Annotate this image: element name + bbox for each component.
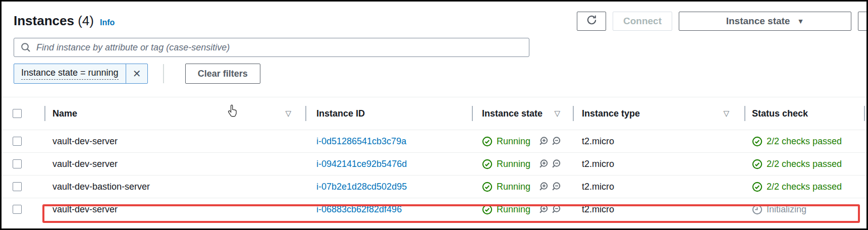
- select-all-checkbox[interactable]: [13, 109, 22, 118]
- row-checkbox[interactable]: [13, 205, 22, 214]
- running-check-circle-icon: [482, 136, 493, 147]
- instances-panel: Instances (4) Info Connect Instance stat…: [0, 0, 868, 230]
- state-filter-icons: [538, 181, 562, 192]
- running-check-circle-icon: [482, 159, 493, 169]
- state-filter-icons: [538, 158, 562, 169]
- row-end-spacer: [864, 130, 866, 152]
- row-checkbox[interactable]: [13, 182, 22, 191]
- instance-type-cell: t2.micro: [573, 198, 744, 220]
- connect-button[interactable]: Connect: [613, 12, 672, 31]
- table-body: vault-dev-server i-0d51286541cb3c79a Run…: [2, 130, 866, 220]
- info-link[interactable]: Info: [100, 13, 115, 33]
- search-bar: [14, 38, 529, 57]
- sort-icon: ▽: [554, 109, 560, 118]
- status-check-text: 2/2 checks passed: [767, 159, 842, 169]
- toolbar: Connect Instance state ▼: [577, 12, 868, 31]
- state-filter-icons: [538, 136, 562, 147]
- column-header-name[interactable]: Name ▽: [44, 97, 305, 130]
- column-header-instance-id[interactable]: Instance ID: [305, 97, 472, 130]
- instance-type-cell: t2.micro: [573, 153, 744, 175]
- zoom-in-icon[interactable]: [538, 136, 549, 147]
- status-check-circle-icon: [752, 182, 763, 192]
- instance-state-dropdown-button[interactable]: Instance state ▼: [679, 12, 851, 31]
- vertical-divider: [163, 64, 164, 83]
- state-filter-icons: [538, 204, 562, 215]
- instance-id-link[interactable]: i-06883cb62f82df496: [316, 204, 402, 215]
- column-header-instance-type[interactable]: Instance type ▽: [573, 97, 744, 130]
- row-end-spacer: [864, 176, 866, 198]
- status-check-cell: Initializing: [744, 198, 864, 220]
- remove-filter-button[interactable]: ✕: [126, 64, 147, 83]
- instance-type-cell: t2.micro: [573, 130, 744, 152]
- instance-state-cell: Running: [472, 153, 573, 175]
- sort-icon: ▽: [723, 109, 729, 118]
- row-checkbox[interactable]: [13, 137, 22, 146]
- row-end-spacer: [864, 153, 866, 175]
- status-check-cell: 2/2 checks passed: [744, 130, 864, 152]
- status-check-text: 2/2 checks passed: [767, 182, 842, 192]
- zoom-in-icon[interactable]: [538, 181, 549, 192]
- zoom-out-icon[interactable]: [551, 158, 562, 169]
- instance-state-cell: Running: [472, 176, 573, 198]
- running-check-circle-icon: [482, 204, 493, 215]
- status-check-circle-icon: [752, 136, 763, 147]
- table-row: vault-dev-server i-06883cb62f82df496 Run…: [2, 198, 866, 220]
- instance-state-cell: Running: [472, 198, 573, 220]
- instances-table: Name ▽ Instance ID Instance state ▽ Inst…: [2, 97, 866, 220]
- status-check-circle-icon: [752, 159, 763, 169]
- zoom-out-icon[interactable]: [551, 181, 562, 192]
- row-checkbox[interactable]: [13, 159, 22, 168]
- running-check-circle-icon: [482, 182, 493, 192]
- column-header-status-check[interactable]: Status check: [744, 97, 864, 130]
- table-row: vault-dev-server i-0d51286541cb3c79a Run…: [2, 130, 866, 152]
- partial-button[interactable]: [858, 12, 868, 31]
- instance-count: (4): [78, 13, 94, 28]
- instance-id-link[interactable]: i-0d51286541cb3c79a: [316, 136, 406, 147]
- table-row: vault-dev-server i-0942141ce92b5476d Run…: [2, 152, 866, 175]
- filter-token-label: Instance state = running: [14, 64, 126, 83]
- table-row: vault-dev-bastion-server i-07b2e1d28cd50…: [2, 175, 866, 198]
- refresh-icon: [586, 14, 598, 28]
- sort-icon: ▽: [285, 109, 291, 118]
- zoom-out-icon[interactable]: [551, 204, 562, 215]
- name-cell: vault-dev-server: [44, 130, 305, 152]
- instance-state-cell: Running: [472, 130, 573, 152]
- status-check-text: Initializing: [767, 204, 806, 215]
- name-cell: vault-dev-server: [44, 153, 305, 175]
- instance-state-text: Running: [497, 159, 530, 169]
- caret-down-icon: ▼: [797, 18, 804, 25]
- close-icon: ✕: [133, 68, 141, 80]
- instance-id-link[interactable]: i-07b2e1d28cd502d95: [316, 182, 407, 192]
- search-input[interactable]: [14, 38, 529, 57]
- instance-type-cell: t2.micro: [573, 176, 744, 198]
- column-header-instance-state[interactable]: Instance state ▽: [472, 97, 573, 130]
- instance-state-text: Running: [497, 204, 530, 215]
- row-end-spacer: [864, 198, 866, 220]
- zoom-in-icon[interactable]: [538, 204, 549, 215]
- name-cell: vault-dev-server: [44, 198, 305, 220]
- search-icon: [20, 42, 31, 55]
- status-check-cell: 2/2 checks passed: [744, 176, 864, 198]
- table-header-row: Name ▽ Instance ID Instance state ▽ Inst…: [2, 97, 866, 130]
- refresh-button[interactable]: [577, 12, 606, 31]
- status-check-text: 2/2 checks passed: [767, 136, 842, 147]
- zoom-out-icon[interactable]: [551, 136, 562, 147]
- status-check-cell: 2/2 checks passed: [744, 153, 864, 175]
- zoom-in-icon[interactable]: [538, 158, 549, 169]
- instance-state-text: Running: [497, 136, 530, 147]
- header-end-spacer: [864, 97, 868, 130]
- filter-bar: Instance state = running ✕ Clear filters: [14, 64, 854, 84]
- initializing-clock-icon: [752, 204, 763, 215]
- clear-filters-button[interactable]: Clear filters: [185, 64, 260, 84]
- name-cell: vault-dev-bastion-server: [44, 176, 305, 198]
- instance-id-link[interactable]: i-0942141ce92b5476d: [316, 159, 407, 169]
- filter-token[interactable]: Instance state = running ✕: [14, 64, 148, 84]
- instance-state-text: Running: [497, 182, 530, 192]
- page-title: Instances (4): [14, 11, 94, 31]
